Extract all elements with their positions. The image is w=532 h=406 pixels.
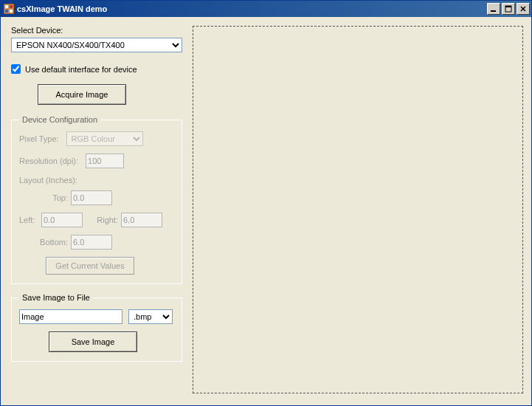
resolution-field (86, 154, 124, 168)
filename-field[interactable] (19, 309, 122, 324)
save-image-legend: Save Image to File (19, 293, 93, 302)
svg-rect-5 (491, 10, 496, 12)
layout-left-label: Left: (19, 216, 38, 224)
extension-combo[interactable]: .bmp (128, 309, 173, 324)
svg-rect-4 (10, 10, 13, 13)
default-interface-row: Use default interface for device (11, 64, 182, 74)
titlebar: csXImage TWAIN demo (1, 1, 531, 17)
acquire-image-button[interactable]: Acquire Image (38, 84, 126, 105)
minimize-button[interactable] (487, 3, 500, 15)
left-panel: Select Device: EPSON NX400/SX400/TX400 U… (11, 26, 182, 396)
layout-right-label: Right: (93, 216, 118, 224)
layout-bottom-label: Bottom: (37, 238, 68, 247)
layout-left-field (41, 213, 83, 227)
svg-rect-3 (5, 10, 8, 13)
window-buttons (486, 3, 530, 15)
close-button[interactable] (517, 3, 530, 15)
select-device-combo[interactable]: EPSON NX400/SX400/TX400 (11, 38, 182, 52)
app-icon (4, 4, 14, 14)
layout-top-field (71, 190, 112, 205)
maximize-button[interactable] (502, 3, 515, 15)
window: csXImage TWAIN demo Select Device: EPSON… (0, 0, 532, 406)
get-current-values-button: Get Current Values (46, 257, 134, 275)
default-interface-checkbox[interactable] (11, 64, 21, 74)
layout-label: Layout (Inches): (19, 176, 174, 185)
select-device-label: Select Device: (11, 26, 182, 35)
svg-rect-7 (505, 6, 511, 7)
svg-rect-1 (5, 5, 8, 8)
right-panel (193, 26, 523, 396)
layout-top-label: Top: (44, 193, 68, 202)
window-title: csXImage TWAIN demo (17, 4, 486, 13)
resolution-label: Resolution (dpi): (19, 156, 78, 165)
device-configuration-group: Device Configuration Pixel Type: RGB Col… (11, 115, 182, 284)
layout-right-field (121, 213, 162, 227)
client-area: Select Device: EPSON NX400/SX400/TX400 U… (1, 17, 531, 405)
save-image-button[interactable]: Save Image (49, 331, 137, 352)
save-image-group: Save Image to File .bmp Save Image (11, 293, 182, 362)
pixel-type-label: Pixel Type: (19, 134, 59, 143)
image-preview-area (193, 26, 523, 393)
default-interface-label: Use default interface for device (25, 65, 137, 74)
pixel-type-combo: RGB Colour (66, 131, 143, 146)
layout-bottom-field (71, 235, 112, 250)
device-configuration-legend: Device Configuration (19, 115, 100, 124)
svg-rect-2 (10, 5, 13, 8)
